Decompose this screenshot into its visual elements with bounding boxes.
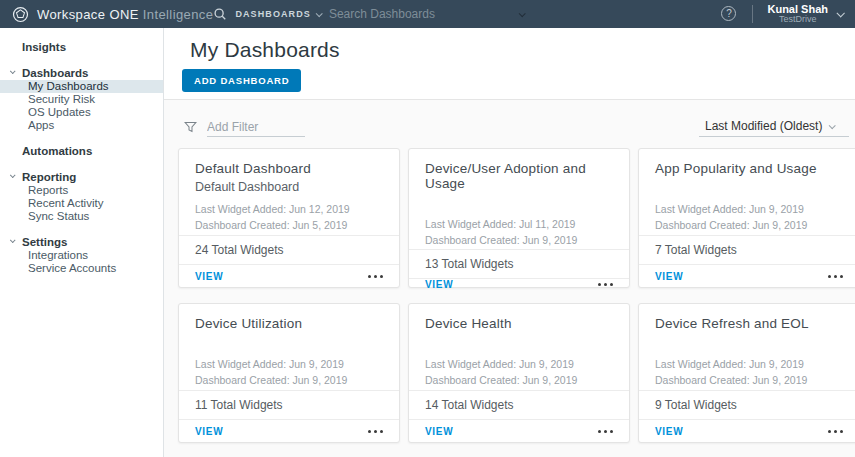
search-icon <box>213 7 227 21</box>
dashboard-card: Device Health Last Widget Added: Jun 9, … <box>408 303 630 443</box>
page-title: My Dashboards <box>190 38 855 62</box>
view-link[interactable]: VIEW <box>195 426 223 437</box>
chevron-down-icon <box>829 122 836 129</box>
dashboard-card: Device Refresh and EOL Last Widget Added… <box>638 303 855 443</box>
chevron-down-icon <box>10 237 16 243</box>
sidebar-item-sync-status[interactable]: Sync Status <box>0 210 163 223</box>
help-icon[interactable]: ? <box>721 6 736 21</box>
search-caret-icon <box>519 10 526 17</box>
card-menu-icon[interactable] <box>828 426 843 437</box>
sidebar-item-os-updates[interactable]: OS Updates <box>0 106 163 119</box>
search-scope-dropdown[interactable]: DASHBOARDS <box>235 9 321 19</box>
sidebar-item-recent-activity[interactable]: Recent Activity <box>0 197 163 210</box>
user-org: TestDrive <box>767 15 828 25</box>
card-created: Dashboard Created: Jun 5, 2019 <box>195 217 383 233</box>
card-title: Default Dashboard <box>195 161 383 176</box>
topbar-divider <box>752 5 753 23</box>
chevron-down-icon <box>10 172 16 178</box>
add-dashboard-button[interactable]: ADD DASHBOARD <box>182 69 301 92</box>
card-menu-icon[interactable] <box>598 279 613 290</box>
card-created: Dashboard Created: Jun 9, 2019 <box>425 372 613 388</box>
chevron-down-icon <box>10 68 16 74</box>
chevron-down-icon <box>316 10 323 17</box>
sidebar-group-reporting[interactable]: Reporting <box>0 170 163 184</box>
sidebar-item-integrations[interactable]: Integrations <box>0 249 163 262</box>
card-menu-icon[interactable] <box>598 426 613 437</box>
user-texts: Kunal Shah TestDrive <box>767 3 828 25</box>
card-subtitle <box>425 195 613 211</box>
dashboard-card: Device Utilization Last Widget Added: Ju… <box>178 303 400 443</box>
dashboard-card: App Popularity and Usage Last Widget Add… <box>638 148 855 288</box>
card-menu-icon[interactable] <box>828 271 843 282</box>
sort-dropdown[interactable]: Last Modified (Oldest) <box>699 117 849 137</box>
dashboard-card-grid: Default Dashboard Default Dashboard Last… <box>164 148 855 443</box>
topbar-right: ? Kunal Shah TestDrive <box>721 3 855 25</box>
card-last-widget: Last Widget Added: Jun 9, 2019 <box>655 356 843 372</box>
card-last-widget: Last Widget Added: Jun 9, 2019 <box>195 356 383 372</box>
card-last-widget: Last Widget Added: Jul 11, 2019 <box>425 216 613 232</box>
page-header: My Dashboards ADD DASHBOARD <box>164 28 855 100</box>
add-filter-input[interactable] <box>207 118 305 137</box>
view-link[interactable]: VIEW <box>425 426 453 437</box>
card-created: Dashboard Created: Jun 9, 2019 <box>655 217 843 233</box>
view-link[interactable]: VIEW <box>655 271 683 282</box>
card-widget-count: 9 Total Widgets <box>639 390 855 419</box>
sidebar-group-label: Reporting <box>22 171 76 183</box>
sidebar-item-insights[interactable]: Insights <box>0 40 163 54</box>
card-widget-count: 13 Total Widgets <box>409 249 629 278</box>
sidebar-group-label: Settings <box>22 236 67 248</box>
card-last-widget: Last Widget Added: Jun 9, 2019 <box>655 201 843 217</box>
card-subtitle: Default Dashboard <box>195 180 383 196</box>
card-created: Dashboard Created: Jun 9, 2019 <box>655 372 843 388</box>
card-title: App Popularity and Usage <box>655 161 843 176</box>
sidebar-item-label: Insights <box>22 41 66 53</box>
card-widget-count: 7 Total Widgets <box>639 235 855 264</box>
card-widget-count: 11 Total Widgets <box>179 390 399 419</box>
dashboard-card: Default Dashboard Default Dashboard Last… <box>178 148 400 288</box>
card-last-widget: Last Widget Added: Jun 12, 2019 <box>195 201 383 217</box>
main-content: My Dashboards ADD DASHBOARD Last Modifie… <box>164 28 855 457</box>
sidebar-nav: Insights Dashboards My Dashboards Securi… <box>0 28 164 457</box>
sidebar-item-reports[interactable]: Reports <box>0 184 163 197</box>
card-created: Dashboard Created: Jun 9, 2019 <box>195 372 383 388</box>
card-title: Device Refresh and EOL <box>655 316 843 331</box>
card-menu-icon[interactable] <box>368 426 383 437</box>
card-widget-count: 14 Total Widgets <box>409 390 629 419</box>
card-subtitle <box>425 335 613 351</box>
dashboard-card: Device/User Adoption and Usage Last Widg… <box>408 148 630 288</box>
filter-bar: Last Modified (Oldest) <box>164 100 855 148</box>
sidebar-item-apps[interactable]: Apps <box>0 119 163 132</box>
brand: Workspace ONE Intelligence <box>0 6 213 23</box>
card-title: Device/User Adoption and Usage <box>425 161 613 191</box>
card-title: Device Health <box>425 316 613 331</box>
brand-title: Workspace ONE Intelligence <box>37 7 213 22</box>
sidebar-group-label: Dashboards <box>22 67 88 79</box>
sidebar-group-dashboards[interactable]: Dashboards <box>0 66 163 80</box>
brand-primary: Workspace ONE <box>37 7 139 22</box>
view-link[interactable]: VIEW <box>195 271 223 282</box>
sort-value: Last Modified (Oldest) <box>705 119 822 133</box>
sidebar-item-label: Automations <box>22 145 92 157</box>
workspace-one-logo-icon <box>12 6 29 23</box>
global-search: DASHBOARDS <box>213 7 721 21</box>
card-subtitle <box>655 335 843 351</box>
view-link[interactable]: VIEW <box>425 279 453 290</box>
sidebar-item-automations[interactable]: Automations <box>0 144 163 158</box>
chevron-down-icon <box>836 9 844 17</box>
top-bar: Workspace ONE Intelligence DASHBOARDS ? … <box>0 0 855 28</box>
card-menu-icon[interactable] <box>368 271 383 282</box>
search-scope-label: DASHBOARDS <box>235 9 311 19</box>
brand-secondary: Intelligence <box>143 7 214 22</box>
search-input[interactable] <box>329 7 509 21</box>
sidebar-item-service-accounts[interactable]: Service Accounts <box>0 262 163 275</box>
card-widget-count: 24 Total Widgets <box>179 235 399 264</box>
view-link[interactable]: VIEW <box>655 426 683 437</box>
user-menu[interactable]: Kunal Shah TestDrive <box>767 3 843 25</box>
filter-funnel-icon <box>184 121 197 134</box>
sidebar-item-my-dashboards[interactable]: My Dashboards <box>0 80 163 93</box>
card-last-widget: Last Widget Added: Jun 9, 2019 <box>425 356 613 372</box>
card-created: Dashboard Created: Jun 9, 2019 <box>425 232 613 248</box>
sidebar-group-settings[interactable]: Settings <box>0 235 163 249</box>
sidebar-item-security-risk[interactable]: Security Risk <box>0 93 163 106</box>
card-subtitle <box>655 180 843 196</box>
